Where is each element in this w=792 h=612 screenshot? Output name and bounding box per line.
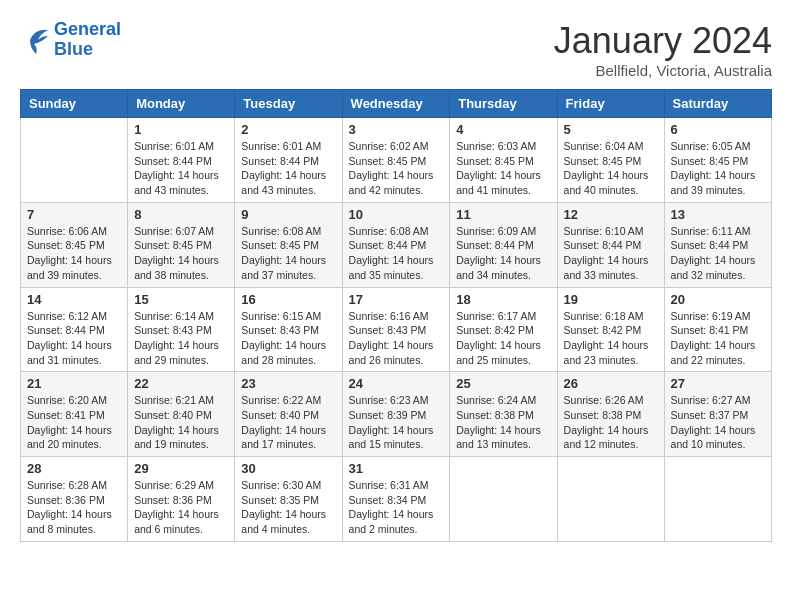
weekday-header-tuesday: Tuesday bbox=[235, 90, 342, 118]
page-header: General Blue January 2024 Bellfield, Vic… bbox=[20, 20, 772, 79]
calendar-cell: 17Sunrise: 6:16 AMSunset: 8:43 PMDayligh… bbox=[342, 287, 450, 372]
day-info: Sunrise: 6:17 AMSunset: 8:42 PMDaylight:… bbox=[456, 309, 550, 368]
day-info: Sunrise: 6:01 AMSunset: 8:44 PMDaylight:… bbox=[134, 139, 228, 198]
calendar-cell: 28Sunrise: 6:28 AMSunset: 8:36 PMDayligh… bbox=[21, 457, 128, 542]
calendar-cell: 23Sunrise: 6:22 AMSunset: 8:40 PMDayligh… bbox=[235, 372, 342, 457]
day-info: Sunrise: 6:23 AMSunset: 8:39 PMDaylight:… bbox=[349, 393, 444, 452]
calendar-cell: 15Sunrise: 6:14 AMSunset: 8:43 PMDayligh… bbox=[128, 287, 235, 372]
day-info: Sunrise: 6:05 AMSunset: 8:45 PMDaylight:… bbox=[671, 139, 765, 198]
day-info: Sunrise: 6:26 AMSunset: 8:38 PMDaylight:… bbox=[564, 393, 658, 452]
day-info: Sunrise: 6:12 AMSunset: 8:44 PMDaylight:… bbox=[27, 309, 121, 368]
calendar-cell: 14Sunrise: 6:12 AMSunset: 8:44 PMDayligh… bbox=[21, 287, 128, 372]
calendar-cell: 8Sunrise: 6:07 AMSunset: 8:45 PMDaylight… bbox=[128, 202, 235, 287]
day-number: 6 bbox=[671, 122, 765, 137]
weekday-header-sunday: Sunday bbox=[21, 90, 128, 118]
weekday-header-saturday: Saturday bbox=[664, 90, 771, 118]
day-number: 22 bbox=[134, 376, 228, 391]
day-number: 2 bbox=[241, 122, 335, 137]
calendar-cell: 1Sunrise: 6:01 AMSunset: 8:44 PMDaylight… bbox=[128, 118, 235, 203]
calendar-cell: 19Sunrise: 6:18 AMSunset: 8:42 PMDayligh… bbox=[557, 287, 664, 372]
calendar-week-row: 14Sunrise: 6:12 AMSunset: 8:44 PMDayligh… bbox=[21, 287, 772, 372]
logo-text-block: General Blue bbox=[54, 20, 121, 60]
weekday-header-monday: Monday bbox=[128, 90, 235, 118]
calendar-cell: 21Sunrise: 6:20 AMSunset: 8:41 PMDayligh… bbox=[21, 372, 128, 457]
day-info: Sunrise: 6:27 AMSunset: 8:37 PMDaylight:… bbox=[671, 393, 765, 452]
day-number: 13 bbox=[671, 207, 765, 222]
calendar-cell: 24Sunrise: 6:23 AMSunset: 8:39 PMDayligh… bbox=[342, 372, 450, 457]
day-number: 21 bbox=[27, 376, 121, 391]
day-number: 12 bbox=[564, 207, 658, 222]
calendar-cell: 9Sunrise: 6:08 AMSunset: 8:45 PMDaylight… bbox=[235, 202, 342, 287]
calendar-cell: 3Sunrise: 6:02 AMSunset: 8:45 PMDaylight… bbox=[342, 118, 450, 203]
calendar-cell bbox=[664, 457, 771, 542]
location: Bellfield, Victoria, Australia bbox=[554, 62, 772, 79]
day-number: 30 bbox=[241, 461, 335, 476]
day-info: Sunrise: 6:31 AMSunset: 8:34 PMDaylight:… bbox=[349, 478, 444, 537]
day-info: Sunrise: 6:11 AMSunset: 8:44 PMDaylight:… bbox=[671, 224, 765, 283]
calendar-cell: 16Sunrise: 6:15 AMSunset: 8:43 PMDayligh… bbox=[235, 287, 342, 372]
day-number: 18 bbox=[456, 292, 550, 307]
day-number: 28 bbox=[27, 461, 121, 476]
weekday-header-wednesday: Wednesday bbox=[342, 90, 450, 118]
day-number: 31 bbox=[349, 461, 444, 476]
calendar-cell: 22Sunrise: 6:21 AMSunset: 8:40 PMDayligh… bbox=[128, 372, 235, 457]
calendar-cell: 5Sunrise: 6:04 AMSunset: 8:45 PMDaylight… bbox=[557, 118, 664, 203]
day-info: Sunrise: 6:06 AMSunset: 8:45 PMDaylight:… bbox=[27, 224, 121, 283]
day-info: Sunrise: 6:28 AMSunset: 8:36 PMDaylight:… bbox=[27, 478, 121, 537]
day-info: Sunrise: 6:04 AMSunset: 8:45 PMDaylight:… bbox=[564, 139, 658, 198]
day-number: 27 bbox=[671, 376, 765, 391]
calendar-cell bbox=[21, 118, 128, 203]
calendar-cell bbox=[557, 457, 664, 542]
calendar-cell: 4Sunrise: 6:03 AMSunset: 8:45 PMDaylight… bbox=[450, 118, 557, 203]
calendar-cell: 10Sunrise: 6:08 AMSunset: 8:44 PMDayligh… bbox=[342, 202, 450, 287]
day-info: Sunrise: 6:01 AMSunset: 8:44 PMDaylight:… bbox=[241, 139, 335, 198]
calendar-cell: 31Sunrise: 6:31 AMSunset: 8:34 PMDayligh… bbox=[342, 457, 450, 542]
calendar-week-row: 21Sunrise: 6:20 AMSunset: 8:41 PMDayligh… bbox=[21, 372, 772, 457]
calendar-body: 1Sunrise: 6:01 AMSunset: 8:44 PMDaylight… bbox=[21, 118, 772, 542]
day-number: 16 bbox=[241, 292, 335, 307]
calendar-cell: 26Sunrise: 6:26 AMSunset: 8:38 PMDayligh… bbox=[557, 372, 664, 457]
day-info: Sunrise: 6:08 AMSunset: 8:45 PMDaylight:… bbox=[241, 224, 335, 283]
day-number: 4 bbox=[456, 122, 550, 137]
calendar-cell: 30Sunrise: 6:30 AMSunset: 8:35 PMDayligh… bbox=[235, 457, 342, 542]
calendar-week-row: 28Sunrise: 6:28 AMSunset: 8:36 PMDayligh… bbox=[21, 457, 772, 542]
month-title: January 2024 bbox=[554, 20, 772, 62]
day-number: 15 bbox=[134, 292, 228, 307]
day-info: Sunrise: 6:20 AMSunset: 8:41 PMDaylight:… bbox=[27, 393, 121, 452]
day-info: Sunrise: 6:22 AMSunset: 8:40 PMDaylight:… bbox=[241, 393, 335, 452]
day-number: 9 bbox=[241, 207, 335, 222]
weekday-header-row: SundayMondayTuesdayWednesdayThursdayFrid… bbox=[21, 90, 772, 118]
day-info: Sunrise: 6:15 AMSunset: 8:43 PMDaylight:… bbox=[241, 309, 335, 368]
title-block: January 2024 Bellfield, Victoria, Austra… bbox=[554, 20, 772, 79]
day-number: 29 bbox=[134, 461, 228, 476]
calendar-week-row: 1Sunrise: 6:01 AMSunset: 8:44 PMDaylight… bbox=[21, 118, 772, 203]
day-info: Sunrise: 6:09 AMSunset: 8:44 PMDaylight:… bbox=[456, 224, 550, 283]
calendar-cell: 12Sunrise: 6:10 AMSunset: 8:44 PMDayligh… bbox=[557, 202, 664, 287]
day-number: 17 bbox=[349, 292, 444, 307]
logo-icon bbox=[20, 26, 50, 54]
logo-general: General bbox=[54, 19, 121, 39]
day-info: Sunrise: 6:16 AMSunset: 8:43 PMDaylight:… bbox=[349, 309, 444, 368]
day-info: Sunrise: 6:29 AMSunset: 8:36 PMDaylight:… bbox=[134, 478, 228, 537]
day-number: 7 bbox=[27, 207, 121, 222]
day-number: 25 bbox=[456, 376, 550, 391]
calendar-cell bbox=[450, 457, 557, 542]
day-number: 14 bbox=[27, 292, 121, 307]
calendar-cell: 20Sunrise: 6:19 AMSunset: 8:41 PMDayligh… bbox=[664, 287, 771, 372]
logo-blue: Blue bbox=[54, 39, 93, 59]
day-number: 19 bbox=[564, 292, 658, 307]
day-number: 11 bbox=[456, 207, 550, 222]
day-number: 3 bbox=[349, 122, 444, 137]
day-info: Sunrise: 6:07 AMSunset: 8:45 PMDaylight:… bbox=[134, 224, 228, 283]
calendar-week-row: 7Sunrise: 6:06 AMSunset: 8:45 PMDaylight… bbox=[21, 202, 772, 287]
calendar-cell: 25Sunrise: 6:24 AMSunset: 8:38 PMDayligh… bbox=[450, 372, 557, 457]
calendar-cell: 27Sunrise: 6:27 AMSunset: 8:37 PMDayligh… bbox=[664, 372, 771, 457]
day-number: 5 bbox=[564, 122, 658, 137]
logo: General Blue bbox=[20, 20, 121, 60]
calendar-cell: 18Sunrise: 6:17 AMSunset: 8:42 PMDayligh… bbox=[450, 287, 557, 372]
day-info: Sunrise: 6:18 AMSunset: 8:42 PMDaylight:… bbox=[564, 309, 658, 368]
day-number: 26 bbox=[564, 376, 658, 391]
day-info: Sunrise: 6:03 AMSunset: 8:45 PMDaylight:… bbox=[456, 139, 550, 198]
day-info: Sunrise: 6:24 AMSunset: 8:38 PMDaylight:… bbox=[456, 393, 550, 452]
calendar-cell: 29Sunrise: 6:29 AMSunset: 8:36 PMDayligh… bbox=[128, 457, 235, 542]
